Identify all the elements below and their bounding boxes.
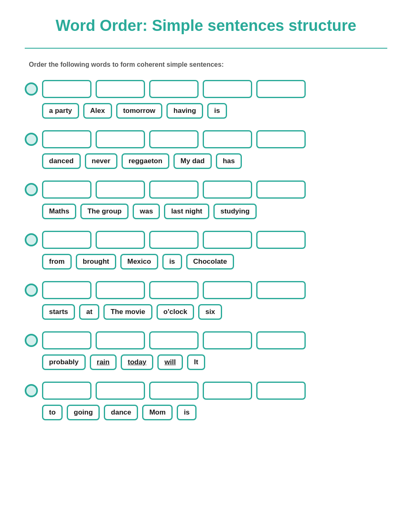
answer-box-5-4[interactable] — [203, 281, 252, 299]
answer-box-2-4[interactable] — [203, 130, 252, 148]
word-chip-2-1[interactable]: danced — [42, 153, 81, 169]
answer-box-6-1[interactable] — [42, 331, 91, 349]
answer-box-1-5[interactable] — [256, 80, 306, 98]
answer-box-3-4[interactable] — [203, 180, 252, 199]
answer-box-7-3[interactable] — [149, 382, 199, 400]
answer-box-2-5[interactable] — [256, 130, 306, 148]
answer-line-7 — [25, 382, 387, 400]
answer-box-4-1[interactable] — [42, 231, 91, 249]
page-title: Word Order: Simple sentences structure — [25, 16, 387, 35]
answer-line-1 — [25, 80, 387, 98]
answer-box-3-1[interactable] — [42, 180, 91, 199]
bullet-4 — [25, 233, 38, 246]
bullet-7 — [25, 384, 38, 397]
bullet-6 — [25, 334, 38, 347]
word-chip-2-5[interactable]: has — [216, 153, 242, 169]
word-chip-7-1[interactable]: to — [42, 405, 63, 420]
word-chip-5-2[interactable]: at — [79, 304, 99, 320]
bullet-3 — [25, 183, 38, 196]
exercise-row-6: probablyraintodaywillIt — [25, 331, 387, 377]
word-chip-1-2[interactable]: Alex — [83, 103, 112, 119]
answer-box-6-3[interactable] — [149, 331, 199, 349]
answer-box-5-2[interactable] — [96, 281, 145, 299]
word-line-3: MathsThe groupwaslast nightstudying — [25, 204, 387, 219]
bullet-5 — [25, 284, 38, 297]
word-chip-4-3[interactable]: Mexico — [120, 254, 158, 270]
word-chip-4-4[interactable]: is — [162, 254, 182, 270]
word-chip-7-3[interactable]: dance — [104, 405, 138, 420]
word-chip-2-2[interactable]: never — [85, 153, 117, 169]
answer-box-6-5[interactable] — [256, 331, 306, 349]
exercise-container: a partyAlextomorrowhavingisdancedneverre… — [25, 80, 387, 432]
answer-box-3-5[interactable] — [256, 180, 306, 199]
word-chip-3-2[interactable]: The group — [80, 204, 129, 219]
word-chip-1-1[interactable]: a party — [42, 103, 79, 119]
answer-box-4-3[interactable] — [149, 231, 199, 249]
word-chip-7-4[interactable]: Mom — [142, 405, 173, 420]
word-chip-3-3[interactable]: was — [133, 204, 160, 219]
answer-box-4-5[interactable] — [256, 231, 306, 249]
answer-box-2-2[interactable] — [96, 130, 145, 148]
answer-box-1-2[interactable] — [96, 80, 145, 98]
word-chip-2-4[interactable]: My dad — [173, 153, 212, 169]
bullet-2 — [25, 133, 38, 146]
word-chip-4-5[interactable]: Chocolate — [186, 254, 234, 270]
answer-box-6-2[interactable] — [96, 331, 145, 349]
word-chip-5-3[interactable]: The movie — [103, 304, 152, 320]
answer-box-1-3[interactable] — [149, 80, 199, 98]
answer-box-5-1[interactable] — [42, 281, 91, 299]
answer-box-7-1[interactable] — [42, 382, 91, 400]
answer-box-3-3[interactable] — [149, 180, 199, 199]
answer-box-2-3[interactable] — [149, 130, 199, 148]
answer-box-1-4[interactable] — [203, 80, 252, 98]
bullet-1 — [25, 82, 38, 96]
answer-line-2 — [25, 130, 387, 148]
answer-box-4-4[interactable] — [203, 231, 252, 249]
word-chip-5-5[interactable]: six — [198, 304, 222, 320]
word-line-2: dancedneverreggaetonMy dadhas — [25, 153, 387, 169]
answer-box-7-5[interactable] — [256, 382, 306, 400]
word-chip-5-1[interactable]: starts — [42, 304, 75, 320]
answer-box-5-3[interactable] — [149, 281, 199, 299]
answer-box-1-1[interactable] — [42, 80, 91, 98]
exercise-row-1: a partyAlextomorrowhavingis — [25, 80, 387, 126]
answer-box-6-4[interactable] — [203, 331, 252, 349]
answer-box-7-2[interactable] — [96, 382, 145, 400]
exercise-row-3: MathsThe groupwaslast nightstudying — [25, 180, 387, 227]
exercise-row-5: startsatThe movieo'clocksix — [25, 281, 387, 327]
word-chip-6-4[interactable]: will — [157, 354, 183, 370]
title-section: Word Order: Simple sentences structure — [25, 16, 387, 35]
answer-box-5-5[interactable] — [256, 281, 306, 299]
word-chip-7-5[interactable]: is — [177, 405, 197, 420]
word-chip-5-4[interactable]: o'clock — [157, 304, 194, 320]
word-chip-4-1[interactable]: from — [42, 254, 72, 270]
word-chip-7-2[interactable]: going — [67, 405, 100, 420]
word-chip-6-3[interactable]: today — [121, 354, 153, 370]
word-line-4: frombroughtMexicoisChocolate — [25, 254, 387, 270]
exercise-row-7: togoingdanceMomis — [25, 382, 387, 428]
word-chip-1-4[interactable]: having — [166, 103, 203, 119]
word-line-6: probablyraintodaywillIt — [25, 354, 387, 370]
instruction-text: Order the following words to form cohere… — [25, 61, 387, 68]
exercise-row-4: frombroughtMexicoisChocolate — [25, 231, 387, 277]
exercise-row-2: dancedneverreggaetonMy dadhas — [25, 130, 387, 176]
answer-box-4-2[interactable] — [96, 231, 145, 249]
word-chip-6-1[interactable]: probably — [42, 354, 86, 370]
word-chip-4-2[interactable]: brought — [76, 254, 116, 270]
answer-box-3-2[interactable] — [96, 180, 145, 199]
word-chip-3-4[interactable]: last night — [164, 204, 209, 219]
word-line-7: togoingdanceMomis — [25, 405, 387, 420]
word-line-5: startsatThe movieo'clocksix — [25, 304, 387, 320]
word-line-1: a partyAlextomorrowhavingis — [25, 103, 387, 119]
word-chip-1-5[interactable]: is — [207, 103, 227, 119]
word-chip-3-5[interactable]: studying — [213, 204, 257, 219]
answer-line-3 — [25, 180, 387, 199]
word-chip-2-3[interactable]: reggaeton — [122, 153, 169, 169]
answer-box-2-1[interactable] — [42, 130, 91, 148]
divider — [25, 48, 387, 49]
answer-box-7-4[interactable] — [203, 382, 252, 400]
word-chip-6-2[interactable]: rain — [90, 354, 117, 370]
word-chip-6-5[interactable]: It — [187, 354, 205, 370]
word-chip-1-3[interactable]: tomorrow — [116, 103, 162, 119]
word-chip-3-1[interactable]: Maths — [42, 204, 76, 219]
